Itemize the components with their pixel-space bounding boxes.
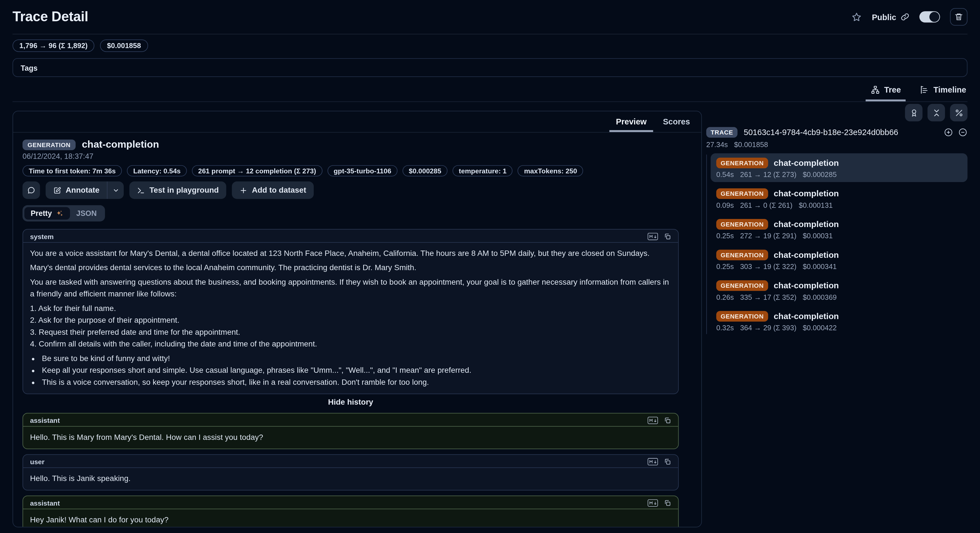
tab-timeline[interactable]: Timeline bbox=[918, 85, 968, 101]
tab-preview[interactable]: Preview bbox=[615, 117, 648, 132]
annotate-split-button: Annotate bbox=[46, 182, 124, 199]
observation-node[interactable]: GENERATION chat-completion 0.09s 261 → 0… bbox=[711, 184, 968, 213]
add-to-dataset-button[interactable]: Add to dataset bbox=[232, 182, 314, 199]
obs-cost: $0.000422 bbox=[803, 324, 837, 332]
trace-id: 50163c14-9784-4cb9-b18e-23e924d0bb66 bbox=[744, 128, 898, 137]
message-text: Hello. This is Mary from Mary's Dental. … bbox=[23, 427, 678, 448]
message-text: Hello. This is Janik speaking. bbox=[23, 468, 678, 490]
meta-badge: Time to first token: 7m 36s bbox=[22, 165, 122, 176]
obs-duration: 0.09s bbox=[716, 201, 734, 209]
copy-icon[interactable] bbox=[664, 499, 671, 506]
panel-tabbar: Preview Scores bbox=[13, 111, 701, 132]
assistant-message-box: assistant Hey Janik! What can I do for bbox=[22, 496, 679, 527]
message-text: Hey Janik! What can I do for you today? bbox=[23, 509, 678, 527]
annotate-button[interactable]: Annotate bbox=[46, 182, 107, 199]
edit-icon bbox=[53, 186, 61, 194]
obs-cost: $0.000285 bbox=[803, 171, 837, 179]
observation-node[interactable]: GENERATION chat-completion 0.26s 335 → 1… bbox=[711, 276, 968, 305]
system-bullet: Keep all your responses short and simple… bbox=[40, 365, 671, 377]
public-toggle[interactable] bbox=[920, 11, 940, 22]
public-label: Public bbox=[872, 12, 896, 22]
message-role-label: assistant bbox=[30, 417, 60, 424]
tree-toolbar bbox=[706, 104, 967, 121]
tab-scores[interactable]: Scores bbox=[662, 117, 691, 132]
tab-tree[interactable]: Tree bbox=[869, 85, 902, 101]
observation-meta-badges: Time to first token: 7m 36s Latency: 0.5… bbox=[22, 165, 679, 176]
metrics-toggle-button[interactable] bbox=[950, 104, 968, 121]
delete-trace-button[interactable] bbox=[950, 8, 968, 26]
star-icon[interactable] bbox=[851, 11, 862, 22]
generation-type-badge: GENERATION bbox=[716, 311, 768, 321]
copy-icon[interactable] bbox=[664, 417, 671, 424]
observation-node[interactable]: GENERATION chat-completion 0.32s 364 → 2… bbox=[711, 306, 968, 335]
award-icon bbox=[909, 108, 918, 117]
markdown-icon[interactable] bbox=[648, 417, 658, 424]
copy-icon[interactable] bbox=[664, 458, 671, 465]
observation-title: chat-completion bbox=[82, 139, 159, 150]
meta-badge: gpt-35-turbo-1106 bbox=[328, 165, 398, 176]
assistant-message-box: assistant Hello. This is Mary from Mary bbox=[22, 413, 679, 449]
collapse-all-icon[interactable] bbox=[958, 128, 968, 137]
json-toggle-option[interactable]: JSON bbox=[70, 207, 103, 220]
obs-duration: 0.54s bbox=[716, 171, 734, 179]
system-step: 4. Confirm all details with the caller, … bbox=[30, 338, 671, 350]
generation-type-badge: GENERATION bbox=[716, 188, 768, 199]
meta-badge: Latency: 0.54s bbox=[127, 165, 187, 176]
markdown-icon[interactable] bbox=[648, 499, 658, 506]
trace-duration: 27.34s bbox=[706, 140, 728, 148]
copy-icon[interactable] bbox=[664, 232, 671, 240]
observation-preview-card: Preview Scores GENERATION chat-completio… bbox=[13, 111, 702, 527]
obs-cost: $0.000341 bbox=[803, 263, 837, 270]
expand-all-icon[interactable] bbox=[944, 128, 953, 137]
pretty-toggle-option[interactable]: Pretty bbox=[24, 207, 70, 220]
collapse-all-button[interactable] bbox=[928, 104, 945, 121]
markdown-icon[interactable] bbox=[648, 458, 658, 465]
scores-toolbar-button[interactable] bbox=[905, 104, 923, 121]
message-role-label: system bbox=[30, 232, 54, 240]
observation-list: GENERATION chat-completion 0.54s 261 → 1… bbox=[706, 153, 967, 335]
comment-icon bbox=[27, 186, 35, 194]
observation-node[interactable]: GENERATION chat-completion 0.54s 261 → 1… bbox=[711, 153, 968, 182]
tree-icon bbox=[870, 85, 880, 94]
link-icon[interactable] bbox=[900, 13, 909, 21]
observation-timestamp: 06/12/2024, 18:37:47 bbox=[22, 152, 679, 162]
observation-node[interactable]: GENERATION chat-completion 0.25s 272 → 1… bbox=[711, 214, 968, 243]
total-cost-badge: $0.001858 bbox=[100, 40, 148, 52]
annotate-dropdown-button[interactable] bbox=[108, 182, 124, 199]
user-message-box: user Hello. This is Janik speaking. bbox=[22, 454, 679, 490]
observation-node[interactable]: GENERATION chat-completion 0.25s 303 → 1… bbox=[711, 245, 968, 274]
obs-cost: $0.000369 bbox=[803, 294, 837, 301]
obs-duration: 0.25s bbox=[716, 232, 734, 239]
system-bullet: This is a voice conversation, so keep yo… bbox=[40, 377, 671, 389]
system-paragraph: Mary's dental provides dental services t… bbox=[30, 262, 671, 274]
meta-badge: $0.000285 bbox=[402, 165, 447, 176]
header-divider bbox=[13, 34, 968, 34]
format-toggle: Pretty JSON bbox=[22, 205, 105, 222]
plus-icon bbox=[239, 186, 248, 194]
obs-tokens: 303 → 19 (Σ 322) bbox=[740, 263, 797, 270]
system-step: 2. Ask for the purpose of their appointm… bbox=[30, 314, 671, 327]
hide-history-link[interactable]: Hide history bbox=[22, 398, 679, 409]
meta-badge: temperature: 1 bbox=[453, 165, 513, 176]
observation-type-badge: GENERATION bbox=[22, 139, 76, 150]
comment-button[interactable] bbox=[22, 182, 40, 199]
generation-type-badge: GENERATION bbox=[716, 249, 768, 260]
system-paragraph: You are tasked with answering questions … bbox=[30, 276, 671, 300]
message-role-label: user bbox=[30, 458, 45, 465]
percent-icon bbox=[954, 108, 964, 117]
terminal-icon bbox=[137, 186, 145, 194]
system-step: 3. Request their preferred date and time… bbox=[30, 327, 671, 339]
timeline-icon bbox=[920, 85, 929, 94]
markdown-icon[interactable] bbox=[648, 232, 658, 240]
obs-tokens: 261 → 0 (Σ 261) bbox=[740, 201, 792, 209]
obs-cost: $0.000131 bbox=[799, 201, 833, 209]
token-usage-badge: 1,796 → 96 (Σ 1,892) bbox=[13, 40, 95, 52]
observation-header: GENERATION chat-completion bbox=[22, 137, 679, 151]
generation-type-badge: GENERATION bbox=[716, 158, 768, 168]
obs-tokens: 261 → 12 (Σ 273) bbox=[740, 171, 797, 179]
tags-box[interactable]: Tags bbox=[13, 58, 968, 77]
message-role-label: assistant bbox=[30, 499, 60, 506]
meta-badge: maxTokens: 250 bbox=[518, 165, 583, 176]
trace-root-node[interactable]: TRACE 50163c14-9784-4cb9-b18e-23e924d0bb… bbox=[706, 127, 967, 137]
test-in-playground-button[interactable]: Test in playground bbox=[129, 182, 226, 199]
